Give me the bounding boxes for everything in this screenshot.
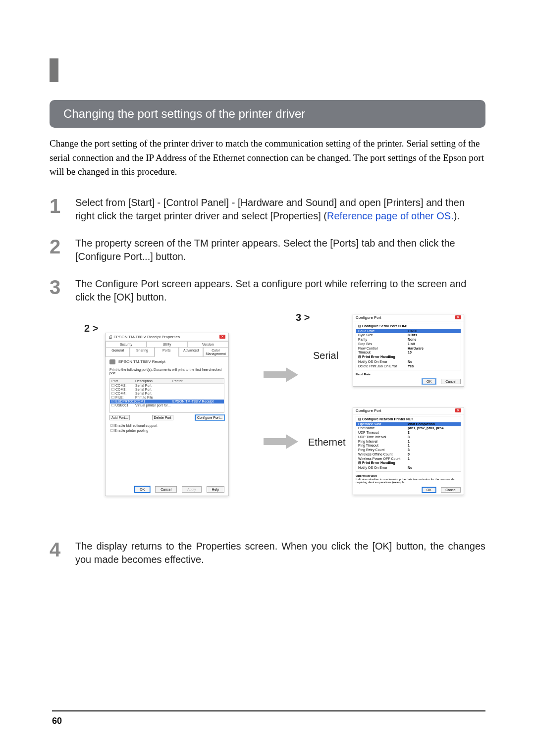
page-footer-rule (52, 710, 485, 711)
tab-advanced[interactable]: Advanced (179, 347, 203, 357)
tab-security[interactable]: Security (106, 341, 147, 347)
configure-port-button[interactable]: Configure Port... (195, 415, 224, 420)
cancel-button[interactable]: Cancel (441, 487, 461, 493)
step-number-4: 4 (50, 540, 75, 566)
close-icon[interactable]: ✕ (219, 335, 225, 339)
col-desc: Description (134, 379, 171, 383)
svg-marker-1 (264, 434, 298, 449)
tab-general[interactable]: General (106, 347, 130, 357)
configure-serial-dialog: Configure Port ✕ ⊟ Configure Serial Port… (353, 314, 464, 387)
pane2-label: 2 > (84, 323, 98, 334)
arrow-icon (264, 434, 298, 449)
error-group-head: ⊟ Print Error Handling (358, 355, 459, 359)
svg-marker-0 (264, 367, 298, 382)
ok-button[interactable]: OK (422, 487, 436, 493)
arrow-icon (264, 367, 298, 382)
ethernet-label: Ethernet (308, 437, 346, 448)
ports-description: Print to the following port(s). Document… (106, 367, 228, 376)
add-port-button[interactable]: Add Port... (109, 415, 130, 420)
printer-properties-dialog: 🖨 EPSON TM-T88IV Receipt Properties ✕ Se… (105, 333, 229, 496)
step-4-text: The display returns to the Properties sc… (75, 540, 485, 566)
serial-label: Serial (313, 350, 338, 361)
port-list[interactable]: Port Description Printer ☐ COM2:Serial P… (109, 378, 224, 413)
net-group-head: ⊟ Configure Network Printer NET (358, 417, 459, 421)
help-button[interactable]: Help (207, 486, 224, 493)
reference-link[interactable]: Reference page of other OS. (327, 210, 454, 221)
cancel-button[interactable]: Cancel (155, 486, 177, 493)
close-icon[interactable]: ✕ (455, 408, 461, 412)
pooling-checkbox[interactable]: ☐ Enable printer pooling (110, 428, 223, 433)
tab-sharing[interactable]: Sharing (130, 347, 154, 357)
tab-utility[interactable]: Utility (147, 341, 188, 347)
configure-network-dialog: Configure Port ✕ ⊟ Configure Network Pri… (353, 407, 464, 495)
section-heading: Changing the port settings of the printe… (50, 100, 485, 128)
ok-button[interactable]: OK (134, 486, 150, 493)
step-number-3: 3 (50, 277, 75, 304)
cancel-button[interactable]: Cancel (441, 379, 461, 384)
col-printer: Printer (171, 379, 224, 383)
delete-port-button[interactable]: Delete Port (152, 415, 173, 420)
printer-name: EPSON TM-T88IV Receipt (118, 359, 165, 364)
step-2-text: The property screen of the TM printer ap… (75, 237, 485, 263)
apply-button[interactable]: Apply (182, 486, 202, 493)
diagram-area: 2 > 3 > Serial Ethernet 🖨 EPSON TM-T88IV… (75, 318, 485, 526)
step-number-1: 1 (50, 196, 75, 223)
step-1-text: Select from [Start] - [Control Panel] - … (75, 196, 485, 223)
dialog-title: Configure Port (356, 315, 381, 320)
page-number: 60 (52, 716, 62, 726)
error-group-head: ⊟ Print Error Handling (358, 461, 459, 465)
dialog-title: 🖨 EPSON TM-T88IV Receipt Properties (108, 335, 180, 339)
pane3-label: 3 > (296, 312, 310, 323)
tab-ports[interactable]: Ports (155, 347, 179, 357)
chapter-tab (50, 58, 58, 82)
bidi-checkbox[interactable]: ☑ Enable bidirectional support (110, 423, 223, 428)
close-icon[interactable]: ✕ (455, 315, 461, 319)
intro-paragraph: Change the port setting of the printer d… (50, 137, 485, 179)
step-number-2: 2 (50, 237, 75, 263)
col-port: Port (110, 379, 134, 383)
printer-icon (109, 359, 115, 364)
serial-group-head: ⊟ Configure Serial Port COM1 (358, 324, 459, 328)
steps-list: 1 Select from [Start] - [Control Panel] … (50, 196, 485, 566)
tab-version[interactable]: Version (187, 341, 228, 347)
port-row-selected[interactable]: ☑ ESDPRT001COM1EPSON TM-T88IV Receipt (110, 400, 224, 403)
dialog-title: Configure Port (356, 408, 381, 413)
step-3-text: The Configure Port screen appears. Set a… (75, 277, 485, 304)
ok-button[interactable]: OK (422, 379, 436, 384)
tab-color[interactable]: Color Management (203, 347, 228, 357)
